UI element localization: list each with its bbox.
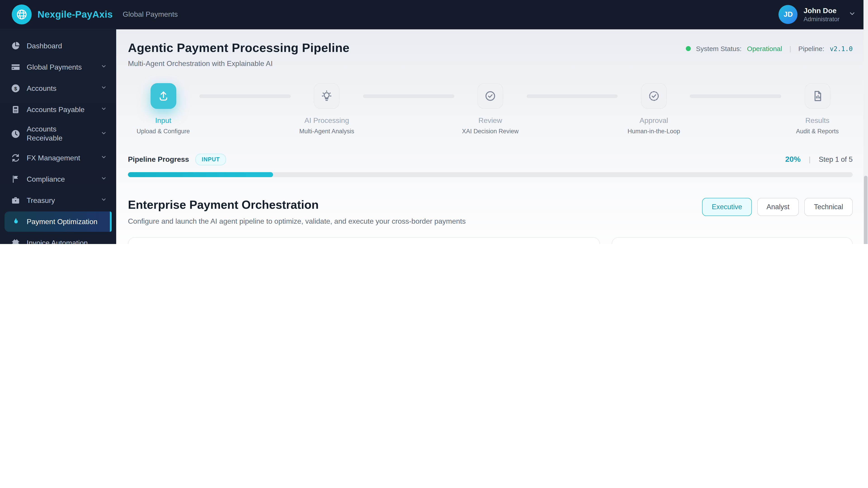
sidebar-item-fx-management[interactable]: FX Management: [4, 148, 112, 168]
upload-icon: [150, 83, 176, 109]
badge-check-icon: [641, 83, 667, 109]
step-connector: [199, 94, 291, 98]
pie-chart-icon: [11, 41, 20, 51]
divider: |: [809, 156, 811, 164]
progress-percent: 20%: [785, 155, 801, 164]
tab-executive[interactable]: Executive: [702, 198, 752, 216]
chevron-down-icon: [100, 154, 107, 162]
ai-agent-fleet-card: AI Agent Fleet 6 specialized agents read…: [612, 237, 852, 244]
chevron-down-icon: [100, 105, 107, 114]
scrollbar-thumb[interactable]: [864, 176, 868, 244]
chevron-down-icon[interactable]: [848, 9, 856, 20]
brand-suffix: Global Payments: [123, 10, 178, 19]
sidebar-item-invoice-automation[interactable]: Invoice Automation: [4, 233, 112, 244]
brand-name: Nexgile-PayAxis: [37, 9, 113, 20]
flag-icon: [11, 174, 20, 184]
divider: |: [789, 45, 791, 53]
user-menu[interactable]: JD John Doe Administrator: [779, 5, 856, 24]
brand: Nexgile-PayAxis Global Payments: [12, 4, 178, 24]
file-chart-icon: [804, 83, 830, 109]
briefcase-icon: [11, 196, 20, 205]
system-status-value: Operational: [747, 45, 782, 53]
svg-text:$: $: [14, 86, 17, 92]
step-connector: [690, 94, 781, 98]
progress-label: Pipeline Progress: [128, 156, 189, 164]
step-approval[interactable]: Approval Human-in-the-Loop: [624, 83, 684, 135]
main-content: Agentic Payment Processing Pipeline Mult…: [116, 29, 868, 244]
progress-step-text: Step 1 of 5: [819, 156, 852, 164]
globe-logo-icon: [12, 4, 32, 24]
view-tabs: Executive Analyst Technical: [702, 198, 852, 216]
step-input[interactable]: Input Upload & Configure: [133, 83, 193, 135]
sidebar-item-treasury[interactable]: Treasury: [4, 190, 112, 210]
pipeline-steps: Input Upload & Configure AI Processing M…: [128, 83, 852, 135]
orchestration-subtitle: Configure and launch the AI agent pipeli…: [128, 217, 466, 225]
sidebar-nav: Dashboard Global Payments $ Accounts Acc…: [0, 29, 116, 244]
app-root: Nexgile-PayAxis Global Payments JD John …: [0, 0, 868, 244]
tab-technical[interactable]: Technical: [804, 198, 852, 216]
batch-config-card: Batch Ready for Processing Q4 2024 Vendo…: [128, 237, 600, 244]
sidebar-item-accounts-payable[interactable]: Accounts Payable: [4, 99, 112, 120]
scrollbar-track[interactable]: [864, 0, 868, 244]
user-name: John Doe: [804, 6, 839, 15]
step-results[interactable]: Results Audit & Reports: [787, 83, 847, 135]
status-dot-icon: [686, 46, 690, 51]
sidebar-item-payment-optimization[interactable]: Payment Optimization: [4, 212, 112, 232]
user-role: Administrator: [804, 15, 839, 22]
pipeline-label: Pipeline:: [798, 45, 825, 53]
lightbulb-icon: [314, 83, 340, 109]
chevron-down-icon: [100, 196, 107, 205]
calculator-icon: [11, 105, 20, 114]
page-subtitle: Multi-Agent Orchestration with Explainab…: [128, 60, 349, 68]
orchestration-title: Enterprise Payment Orchestration: [128, 198, 466, 212]
sidebar-item-global-payments[interactable]: Global Payments: [4, 57, 112, 77]
chevron-down-icon: [100, 84, 107, 93]
sidebar-item-accounts-receivable[interactable]: Accounts Receivable: [4, 121, 112, 147]
exchange-icon: [11, 153, 20, 163]
check-circle-icon: [477, 83, 503, 109]
page-title: Agentic Payment Processing Pipeline: [128, 41, 349, 55]
step-ai-processing[interactable]: AI Processing Multi-Agent Analysis: [297, 83, 357, 135]
flame-icon: [11, 217, 20, 226]
progress-fill: [128, 172, 273, 177]
chip-icon: [11, 238, 20, 244]
sidebar-item-compliance[interactable]: Compliance: [4, 169, 112, 189]
tab-analyst[interactable]: Analyst: [757, 198, 799, 216]
pipeline-version: v2.1.0: [830, 45, 852, 52]
credit-card-icon: [11, 62, 20, 72]
step-connector: [526, 94, 618, 98]
clock-icon: [11, 129, 20, 138]
step-review[interactable]: Review XAI Decision Review: [460, 83, 520, 135]
step-connector: [363, 94, 454, 98]
progress-track: [128, 172, 852, 177]
avatar: JD: [779, 5, 798, 24]
chevron-down-icon: [100, 63, 107, 71]
system-status-bar: System Status: Operational | Pipeline: v…: [686, 45, 852, 53]
dollar-circle-icon: $: [11, 84, 20, 93]
sidebar-item-dashboard[interactable]: Dashboard: [4, 36, 112, 56]
system-status-label: System Status:: [696, 45, 742, 53]
stage-badge: INPUT: [195, 154, 226, 165]
chevron-down-icon: [100, 175, 107, 184]
pipeline-progress: Pipeline Progress INPUT 20% | Step 1 of …: [128, 154, 852, 177]
chevron-down-icon: [100, 129, 107, 138]
sidebar-item-accounts[interactable]: $ Accounts: [4, 78, 112, 98]
top-header: Nexgile-PayAxis Global Payments JD John …: [0, 0, 868, 29]
